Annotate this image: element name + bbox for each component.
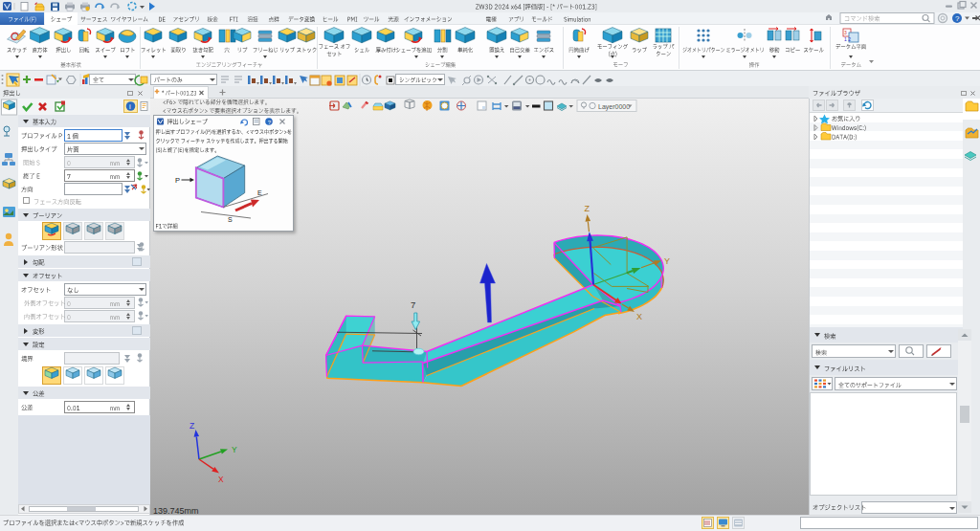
svg-text:Z: Z bbox=[585, 204, 590, 213]
svg-text:Y: Y bbox=[664, 256, 670, 266]
svg-text:X: X bbox=[636, 312, 642, 321]
svg-text:139.745mm: 139.745mm bbox=[153, 506, 199, 516]
svg-text:E: E bbox=[257, 189, 262, 196]
svg-text:P: P bbox=[175, 176, 180, 185]
svg-text:Z: Z bbox=[189, 421, 194, 431]
svg-text:7: 7 bbox=[411, 299, 415, 310]
svg-text:Y: Y bbox=[232, 445, 237, 454]
svg-text:X: X bbox=[218, 475, 224, 484]
svg-text:S: S bbox=[228, 216, 233, 223]
